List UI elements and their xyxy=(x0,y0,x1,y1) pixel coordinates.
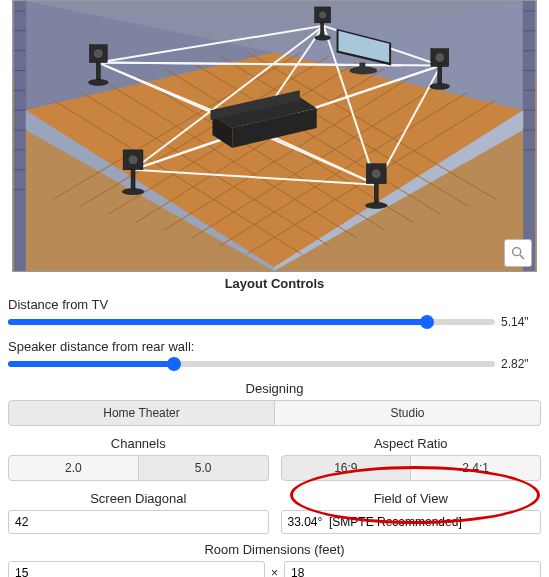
svg-marker-5 xyxy=(523,1,535,271)
room-3d-viewer[interactable] xyxy=(12,0,537,272)
layout-controls-title: Layout Controls xyxy=(0,276,549,291)
svg-rect-84 xyxy=(374,184,378,204)
speaker-rear-value: 2.82" xyxy=(501,357,541,371)
distance-tv-label: Distance from TV xyxy=(8,297,541,312)
field-of-view-input[interactable] xyxy=(281,510,542,534)
zoom-button[interactable] xyxy=(504,239,532,267)
room-height-input[interactable] xyxy=(284,561,541,577)
svg-rect-68 xyxy=(96,63,100,81)
screen-diagonal-input[interactable] xyxy=(8,510,269,534)
screen-diagonal-title: Screen Diagonal xyxy=(8,491,269,506)
svg-point-79 xyxy=(128,155,138,165)
aspect-ratio-title: Aspect Ratio xyxy=(281,436,542,451)
distance-tv-value: 5.14" xyxy=(501,315,541,329)
channels-segmented: 2.05.0 xyxy=(8,455,269,481)
svg-line-87 xyxy=(520,255,524,259)
designing-option-home-theater[interactable]: Home Theater xyxy=(8,400,275,426)
dimensions-multiply: × xyxy=(271,566,278,577)
aspect-ratio-option-16-9[interactable]: 16:9 xyxy=(281,455,412,481)
designing-option-studio[interactable]: Studio xyxy=(275,400,541,426)
room-dimensions-title: Room Dimensions (feet) xyxy=(8,542,541,557)
channels-option-5-0[interactable]: 5.0 xyxy=(139,455,269,481)
designing-title: Designing xyxy=(8,381,541,396)
room-width-input[interactable] xyxy=(8,561,265,577)
channels-title: Channels xyxy=(8,436,269,451)
svg-point-67 xyxy=(93,49,103,59)
svg-point-75 xyxy=(435,53,445,63)
svg-point-77 xyxy=(430,83,450,89)
magnifier-icon xyxy=(510,245,526,261)
svg-point-71 xyxy=(319,11,327,19)
aspect-ratio-option-2-4-1[interactable]: 2.4:1 xyxy=(411,455,541,481)
speaker-rear-label: Speaker distance from rear wall: xyxy=(8,339,541,354)
svg-point-61 xyxy=(349,67,377,75)
svg-rect-76 xyxy=(438,67,442,85)
channels-option-2-0[interactable]: 2.0 xyxy=(8,455,139,481)
svg-rect-72 xyxy=(321,23,324,37)
field-of-view-title: Field of View xyxy=(281,491,542,506)
svg-point-85 xyxy=(365,203,387,209)
svg-point-86 xyxy=(513,248,521,256)
distance-tv-slider[interactable] xyxy=(8,315,495,329)
aspect-ratio-segmented: 16:92.4:1 xyxy=(281,455,542,481)
designing-segmented: Home TheaterStudio xyxy=(8,400,541,426)
svg-point-81 xyxy=(122,189,144,195)
speaker-rear-slider[interactable] xyxy=(8,357,495,371)
svg-point-69 xyxy=(88,79,108,85)
svg-point-73 xyxy=(315,35,331,40)
svg-marker-4 xyxy=(14,1,26,271)
svg-rect-80 xyxy=(131,170,135,190)
svg-point-83 xyxy=(371,169,381,179)
